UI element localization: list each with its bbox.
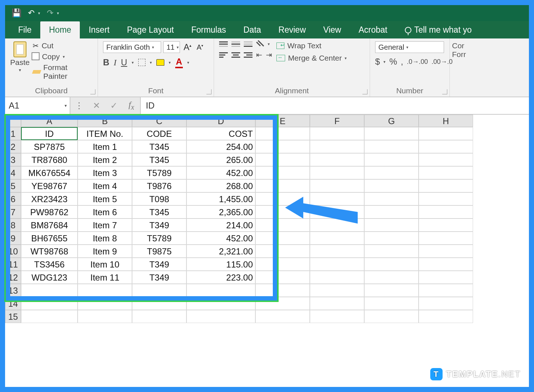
- cell-B7[interactable]: Item 6: [78, 205, 132, 219]
- cell-H13[interactable]: [419, 284, 473, 297]
- cancel-formula-icon[interactable]: ✕: [88, 101, 105, 111]
- cell-G1[interactable]: [364, 127, 419, 140]
- cell-D10[interactable]: 2,321.00: [186, 245, 255, 258]
- cell-G4[interactable]: [364, 166, 419, 179]
- underline-button[interactable]: U: [121, 57, 127, 68]
- cell-H15[interactable]: [419, 310, 473, 323]
- column-header-E[interactable]: E: [255, 115, 310, 127]
- row-header-6[interactable]: 6: [5, 192, 21, 205]
- column-header-B[interactable]: B: [78, 115, 132, 127]
- row-header-1[interactable]: 1: [5, 127, 21, 140]
- row-header-4[interactable]: 4: [5, 166, 21, 179]
- align-center-icon[interactable]: [231, 52, 240, 58]
- cell-G3[interactable]: [364, 153, 419, 166]
- fill-color-icon[interactable]: [156, 59, 164, 66]
- align-left-icon[interactable]: [219, 52, 228, 58]
- align-bottom-icon[interactable]: [244, 41, 252, 47]
- cell-C14[interactable]: [132, 297, 186, 310]
- cell-A9[interactable]: BH67655: [21, 232, 78, 245]
- insert-function-icon[interactable]: fx: [123, 100, 140, 111]
- cell-B11[interactable]: Item 10: [78, 258, 132, 271]
- cell-C6[interactable]: T098: [132, 192, 186, 205]
- orientation-dropdown-icon[interactable]: ▾: [268, 42, 270, 46]
- cell-B13[interactable]: [78, 284, 132, 297]
- copy-button[interactable]: Copy ▾: [33, 52, 93, 61]
- tab-insert[interactable]: Insert: [80, 21, 118, 38]
- percent-format-icon[interactable]: %: [389, 57, 397, 67]
- cell-A1[interactable]: ID: [21, 127, 78, 140]
- italic-button[interactable]: I: [114, 58, 116, 68]
- increase-indent-icon[interactable]: ⇥: [266, 50, 272, 59]
- cell-F11[interactable]: [310, 258, 364, 271]
- cell-E13[interactable]: [255, 284, 310, 297]
- cell-D4[interactable]: 452.00: [186, 166, 255, 179]
- cell-B5[interactable]: Item 4: [78, 179, 132, 192]
- cell-D7[interactable]: 2,365.00: [186, 205, 255, 219]
- cell-B10[interactable]: Item 9: [78, 245, 132, 258]
- cell-B14[interactable]: [78, 297, 132, 310]
- cell-C8[interactable]: T349: [132, 219, 186, 232]
- cell-F4[interactable]: [310, 166, 364, 179]
- paste-dropdown-icon[interactable]: ▾: [19, 68, 21, 73]
- cell-F9[interactable]: [310, 232, 364, 245]
- cell-H4[interactable]: [419, 166, 473, 179]
- cell-G10[interactable]: [364, 245, 419, 258]
- cell-B2[interactable]: Item 1: [78, 140, 132, 153]
- alignment-dialog-launcher-icon[interactable]: [362, 89, 367, 94]
- cell-D12[interactable]: 223.00: [186, 271, 255, 284]
- cell-H2[interactable]: [419, 140, 473, 153]
- cell-A4[interactable]: MK676554: [21, 166, 78, 179]
- worksheet-grid[interactable]: ABCDEFGH1IDITEM No.CODECOST2SP7875Item 1…: [5, 115, 529, 323]
- cell-E11[interactable]: [255, 258, 310, 271]
- cell-C3[interactable]: T345: [132, 153, 186, 166]
- cell-H7[interactable]: [419, 205, 473, 219]
- cell-E5[interactable]: [255, 179, 310, 192]
- cell-G2[interactable]: [364, 140, 419, 153]
- cell-F2[interactable]: [310, 140, 364, 153]
- cell-F13[interactable]: [310, 284, 364, 297]
- column-header-A[interactable]: A: [21, 115, 78, 127]
- cell-E3[interactable]: [255, 153, 310, 166]
- bold-button[interactable]: B: [103, 57, 109, 68]
- number-format-combo[interactable]: General▾: [375, 41, 444, 53]
- cell-G6[interactable]: [364, 192, 419, 205]
- name-box[interactable]: A1 ▾: [5, 97, 70, 114]
- cell-F6[interactable]: [310, 192, 364, 205]
- row-header-7[interactable]: 7: [5, 205, 21, 219]
- cell-F14[interactable]: [310, 297, 364, 310]
- cell-D6[interactable]: 1,455.00: [186, 192, 255, 205]
- font-size-combo[interactable]: 11▾: [163, 41, 180, 53]
- tab-home[interactable]: Home: [40, 21, 80, 38]
- row-header-2[interactable]: 2: [5, 140, 21, 153]
- cell-B4[interactable]: Item 3: [78, 166, 132, 179]
- cell-B6[interactable]: Item 5: [78, 192, 132, 205]
- select-all-corner[interactable]: [5, 115, 21, 127]
- font-name-combo[interactable]: Franklin Goth▾: [103, 41, 161, 53]
- column-header-G[interactable]: G: [364, 115, 419, 127]
- increase-decimal-icon[interactable]: .0→.00: [407, 58, 428, 66]
- cell-B15[interactable]: [78, 310, 132, 323]
- tell-me-search[interactable]: Tell me what yo: [396, 21, 481, 38]
- row-header-11[interactable]: 11: [5, 258, 21, 271]
- cell-F1[interactable]: [310, 127, 364, 140]
- tab-review[interactable]: Review: [270, 21, 315, 38]
- cell-C15[interactable]: [132, 310, 186, 323]
- font-dialog-launcher-icon[interactable]: [206, 89, 211, 94]
- cell-H5[interactable]: [419, 179, 473, 192]
- cell-C10[interactable]: T9875: [132, 245, 186, 258]
- align-right-icon[interactable]: [244, 52, 252, 58]
- cell-A6[interactable]: XR23423: [21, 192, 78, 205]
- cell-D8[interactable]: 214.00: [186, 219, 255, 232]
- decrease-indent-icon[interactable]: ⇤: [256, 50, 262, 59]
- tab-page-layout[interactable]: Page Layout: [118, 21, 182, 38]
- tab-view[interactable]: View: [315, 21, 350, 38]
- redo-icon[interactable]: ↷: [47, 8, 53, 18]
- borders-icon[interactable]: [138, 59, 145, 66]
- font-color-icon[interactable]: A: [175, 57, 183, 68]
- cell-C7[interactable]: T345: [132, 205, 186, 219]
- cell-F7[interactable]: [310, 205, 364, 219]
- cut-button[interactable]: ✂ Cut: [33, 41, 93, 50]
- cell-E7[interactable]: [255, 205, 310, 219]
- row-header-10[interactable]: 10: [5, 245, 21, 258]
- cell-B1[interactable]: ITEM No.: [78, 127, 132, 140]
